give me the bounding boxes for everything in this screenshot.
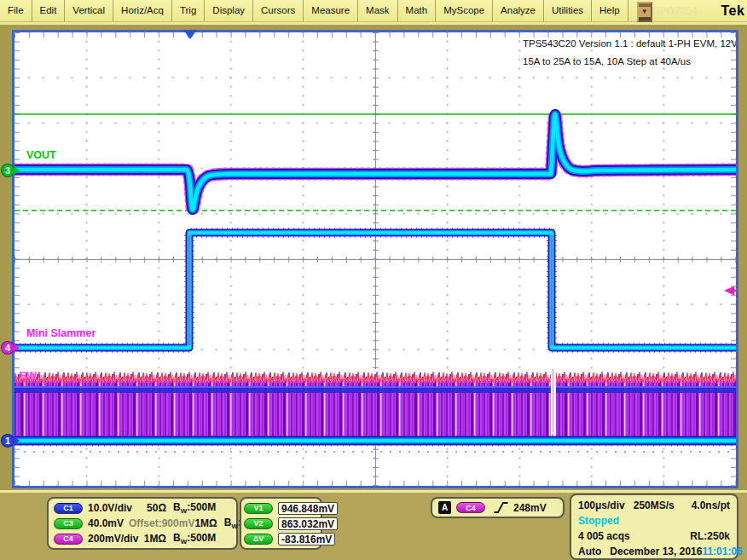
menu-analyze[interactable]: Analyze (493, 0, 544, 21)
timebase-value[interactable]: 100μs/div (578, 499, 625, 511)
sample-resolution: 4.0ns/pt (692, 499, 730, 511)
acquisition-status: Stopped (578, 515, 619, 527)
channel4-marker[interactable]: 4 (1, 341, 20, 355)
record-length: RL:250k (690, 530, 730, 542)
trigger-readout-box: A C4 248mV (431, 497, 565, 518)
v2-value: 863.032mV (278, 517, 338, 530)
channel4-badge[interactable]: C4 (54, 534, 83, 545)
channel3-impedance: 1MΩ (194, 517, 217, 529)
v1-row: V1 946.848mV (244, 500, 318, 516)
oscilloscope-screen: File Edit Vertical Horiz/Acq Trig Displa… (0, 0, 747, 560)
slammer-label: Mini Slammer (26, 327, 96, 339)
channel1-row: C1 10.0V/div 50Ω BW:500M (54, 500, 231, 516)
menu-horiz-acq[interactable]: Horiz/Acq (113, 0, 172, 21)
channel3-row: C3 40.0mV Offset:900mV 1MΩ BW:20.0M (54, 516, 231, 531)
datetime-row: Auto December 13, 2016 11:01:06 (578, 544, 730, 559)
channel3-offset: Offset:900mV (129, 517, 194, 529)
channel3-badge[interactable]: C3 (54, 518, 83, 529)
menu-file[interactable]: File (0, 0, 32, 21)
plot-region: VOUT Mini Slammer SW TPS543C20 Version 1… (0, 22, 747, 490)
acq-status-row: Stopped (578, 513, 730, 528)
waveform-display: VOUT Mini Slammer SW TPS543C20 Version 1… (14, 32, 736, 486)
trigger-position-marker[interactable] (183, 30, 197, 39)
v2-badge: V2 (244, 518, 273, 529)
trigger-mode: Auto (578, 546, 601, 557)
delta-v-value: -83.816mV (278, 533, 335, 546)
channel1-impedance: 50Ω (147, 502, 166, 514)
delta-v-row: ΔV -83.816mV (244, 531, 318, 546)
sw-label: SW (20, 370, 37, 382)
v1-value: 946.848mV (278, 502, 338, 515)
acq-count-row: 4 005 acqs RL:250k (578, 528, 730, 544)
time-label: 11:01:06 (702, 546, 742, 557)
acquisition-count: 4 005 acqs (578, 530, 630, 542)
annotation-line2: 15A to 25A to 15A, 10A Step at 40A/us (523, 56, 691, 66)
trigger-level-arrow[interactable] (724, 286, 736, 296)
rising-edge-icon (494, 501, 508, 514)
menu-vertical[interactable]: Vertical (65, 0, 113, 21)
menu-display[interactable]: Display (205, 0, 253, 21)
menu-utilities[interactable]: Utilities (544, 0, 592, 21)
delta-v-badge: ΔV (244, 534, 273, 545)
vout-trace (14, 114, 736, 210)
horizontal-readout-box: 100μs/div 250MS/s 4.0ns/pt Stopped 4 005… (570, 494, 738, 560)
readout-bar: C1 10.0V/div 50Ω BW:500M C3 40.0mV Offse… (0, 490, 747, 560)
v1-badge: V1 (244, 503, 273, 514)
sw-waveform-band (14, 369, 736, 436)
channel3-scale[interactable]: 40.0mV (88, 517, 124, 529)
trigger-level-value[interactable]: 248mV (513, 502, 547, 514)
channel1-badge[interactable]: C1 (54, 503, 83, 514)
channel4-bandwidth: BW:500M (166, 532, 231, 546)
channel1-marker[interactable]: 1 (1, 434, 20, 447)
model-label: DPO7054 (652, 5, 698, 17)
menu-math[interactable]: Math (398, 0, 437, 21)
sample-rate: 250MS/s (634, 499, 675, 511)
v2-row: V2 863.032mV (244, 516, 318, 531)
channel4-scale[interactable]: 200mV/div (88, 533, 138, 545)
tek-logo: Tek (721, 3, 744, 19)
channel-settings-box: C1 10.0V/div 50Ω BW:500M C3 40.0mV Offse… (47, 497, 238, 550)
vout-label: VOUT (26, 149, 56, 161)
trigger-source-badge[interactable]: C4 (456, 502, 485, 513)
menu-measure[interactable]: Measure (304, 0, 358, 21)
trigger-a-badge: A (438, 501, 451, 514)
channel1-scale[interactable]: 10.0V/div (88, 502, 132, 514)
date-label: December 13, 2016 (610, 546, 702, 557)
chevron-down-icon: ▼ (641, 9, 648, 15)
c4-slammer-trace (14, 233, 736, 348)
menu-edit[interactable]: Edit (32, 0, 66, 21)
timebase-row: 100μs/div 250MS/s 4.0ns/pt (578, 498, 730, 513)
menu-cursors[interactable]: Cursors (253, 0, 304, 21)
channel4-row: C4 200mV/div 1MΩ BW:500M (54, 531, 231, 546)
toolbar-dropdown-button[interactable]: ▼ (637, 2, 652, 22)
cursor-readout-box: V1 946.848mV V2 863.032mV ΔV -83.816mV (240, 497, 322, 550)
menu-mask[interactable]: Mask (358, 0, 397, 21)
menu-myscope[interactable]: MyScope (436, 0, 493, 21)
channel3-marker[interactable]: 3 (1, 164, 20, 177)
menu-trig[interactable]: Trig (172, 0, 205, 21)
annotation-line1: TPS543C20 Version 1.1 : default 1-PH EVM… (523, 38, 736, 49)
channel4-impedance: 1MΩ (144, 533, 166, 545)
channel1-bandwidth: BW:500M (166, 501, 231, 515)
menu-help[interactable]: Help (592, 0, 628, 21)
c1-baseline-trace (14, 441, 736, 452)
graticule: VOUT Mini Slammer SW TPS543C20 Version 1… (12, 30, 738, 488)
menu-bar: File Edit Vertical Horiz/Acq Trig Displa… (0, 0, 747, 22)
